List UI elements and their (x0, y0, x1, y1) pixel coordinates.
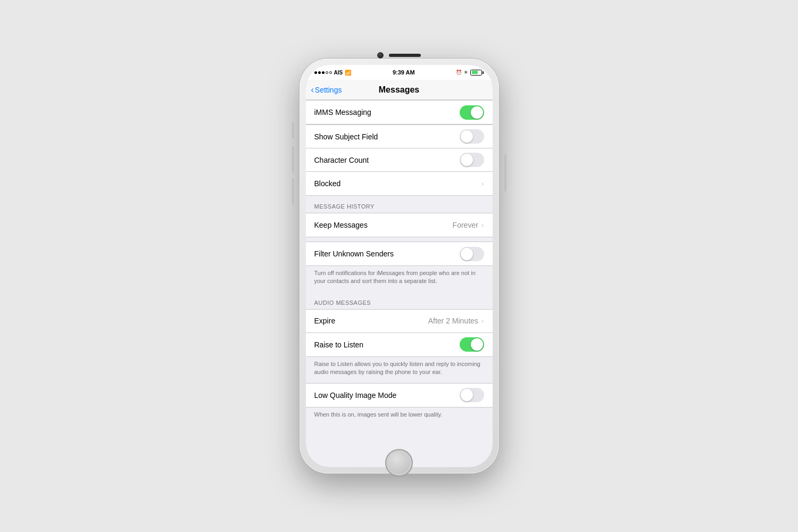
filter-unknown-senders-toggle-thumb (461, 248, 473, 260)
sms-settings-list: Show Subject Field Character Count (306, 124, 493, 196)
signal-dot-4 (326, 71, 328, 74)
battery-indicator (470, 70, 484, 76)
audio-messages-list: Expire After 2 Minutes › Raise to Listen (306, 309, 493, 357)
low-quality-image-mode-label: Low Quality Image Mode (314, 385, 460, 406)
filter-unknown-senders-label: Filter Unknown Senders (314, 243, 460, 264)
message-history-header: MESSAGE HISTORY (306, 196, 493, 213)
volume-up-button (292, 146, 294, 173)
raise-to-listen-label: Raise to Listen (314, 334, 460, 355)
earpiece-speaker (389, 54, 421, 57)
character-count-label: Character Count (314, 149, 460, 171)
raise-to-listen-toggle-thumb (471, 338, 483, 351)
filter-unknown-senders-toggle[interactable] (460, 247, 484, 261)
status-left: AIS 📶 (314, 70, 352, 76)
bottom-spacer (306, 425, 493, 436)
expire-value: After 2 Minutes (428, 317, 478, 325)
front-camera (377, 52, 384, 59)
imessaging-toggle[interactable] (460, 105, 484, 120)
home-button-wrap (385, 449, 413, 477)
status-bar: AIS 📶 9:39 AM ⏰ ✳ (306, 65, 493, 80)
settings-content: iMMS Messaging Show Subject Field (306, 100, 493, 467)
keep-messages-chevron-icon: › (481, 221, 484, 229)
back-label: Settings (315, 86, 342, 94)
battery-tip (483, 71, 484, 74)
imessaging-label: iMMS Messaging (314, 102, 460, 123)
raise-to-listen-toggle[interactable] (460, 337, 484, 352)
blocked-row[interactable]: Blocked › (306, 172, 493, 195)
keep-messages-row[interactable]: Keep Messages Forever › (306, 213, 493, 237)
filter-unknown-senders-row[interactable]: Filter Unknown Senders (306, 242, 493, 265)
character-count-toggle-thumb (461, 154, 473, 166)
top-hardware (377, 52, 421, 59)
imessaging-toggle-thumb (471, 106, 483, 119)
low-quality-image-mode-row[interactable]: Low Quality Image Mode (306, 384, 493, 407)
keep-messages-label: Keep Messages (314, 214, 453, 236)
show-subject-field-toggle-thumb (461, 130, 473, 143)
signal-dot-5 (329, 71, 332, 74)
nav-title: Messages (379, 85, 420, 95)
keep-messages-value: Forever (453, 221, 478, 229)
volume-down-button (292, 178, 294, 205)
filter-section-group: Filter Unknown Senders Turn off notifica… (306, 242, 493, 292)
sms-settings-group: Show Subject Field Character Count (306, 124, 493, 196)
home-button[interactable] (385, 449, 413, 477)
filter-section-list: Filter Unknown Senders (306, 242, 493, 266)
status-time: 9:39 AM (393, 69, 415, 76)
screen: AIS 📶 9:39 AM ⏰ ✳ (306, 65, 493, 467)
back-button[interactable]: ‹ Settings (311, 86, 342, 94)
nav-bar: ‹ Settings Messages (306, 80, 493, 100)
filter-section-note: Turn off notifications for iMessages fro… (306, 266, 493, 292)
show-subject-field-row[interactable]: Show Subject Field (306, 125, 493, 148)
blocked-label: Blocked (314, 173, 481, 194)
show-subject-field-toggle[interactable] (460, 129, 484, 144)
bluetooth-icon: ✳ (464, 70, 468, 75)
expire-label: Expire (314, 310, 428, 331)
wifi-icon: 📶 (345, 70, 351, 76)
audio-messages-note: Raise to Listen allows you to quickly li… (306, 357, 493, 383)
character-count-row[interactable]: Character Count (306, 148, 493, 172)
phone-inner: AIS 📶 9:39 AM ⏰ ✳ (306, 65, 493, 467)
low-quality-list: Low Quality Image Mode (306, 383, 493, 408)
battery-body (470, 70, 482, 76)
character-count-toggle[interactable] (460, 153, 484, 167)
message-history-list: Keep Messages Forever › (306, 213, 493, 237)
show-subject-field-label: Show Subject Field (314, 126, 460, 147)
signal-dot-3 (322, 71, 325, 74)
low-quality-note: When this is on, images sent will be low… (306, 408, 493, 425)
expire-chevron-icon: › (481, 317, 484, 325)
carrier-label: AIS (334, 70, 343, 76)
signal-dot-2 (318, 71, 321, 74)
mute-button (292, 122, 294, 138)
low-quality-group: Low Quality Image Mode When this is on, … (306, 383, 493, 425)
audio-messages-header: AUDIO MESSAGES (306, 292, 493, 309)
status-right: ⏰ ✳ (456, 70, 484, 76)
alarm-icon: ⏰ (456, 70, 462, 75)
low-quality-image-mode-toggle-thumb (461, 389, 473, 401)
raise-to-listen-row[interactable]: Raise to Listen (306, 333, 493, 356)
imessaging-row[interactable]: iMMS Messaging (306, 101, 493, 124)
signal-dots (314, 71, 332, 74)
message-history-group: MESSAGE HISTORY Keep Messages Forever › (306, 196, 493, 237)
blocked-chevron-icon: › (481, 179, 484, 188)
power-button (504, 154, 506, 192)
phone-frame: AIS 📶 9:39 AM ⏰ ✳ (300, 59, 499, 473)
audio-messages-group: AUDIO MESSAGES Expire After 2 Minutes › … (306, 292, 493, 383)
low-quality-image-mode-toggle[interactable] (460, 388, 484, 402)
battery-fill (472, 71, 478, 74)
expire-row[interactable]: Expire After 2 Minutes › (306, 310, 493, 333)
signal-dot-1 (314, 71, 317, 74)
top-partial-list: iMMS Messaging (306, 100, 493, 124)
back-chevron-icon: ‹ (311, 86, 314, 94)
